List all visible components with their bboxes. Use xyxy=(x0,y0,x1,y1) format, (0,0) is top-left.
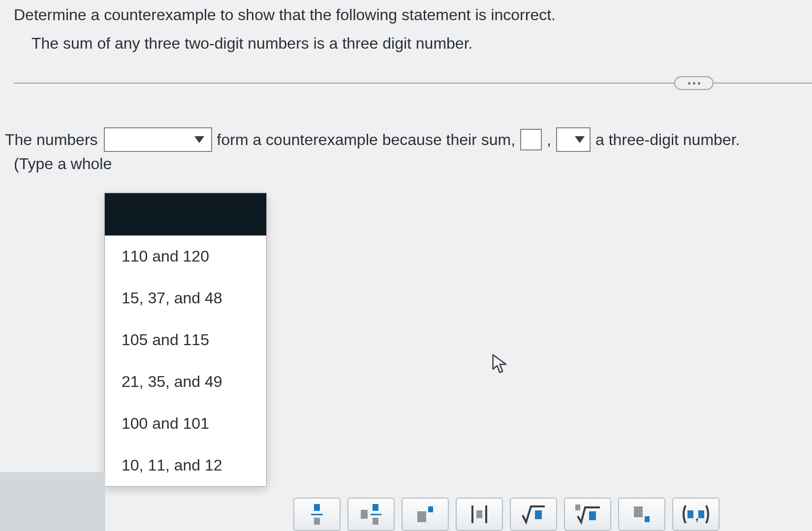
svg-text:,: , xyxy=(695,509,699,523)
svg-rect-5 xyxy=(371,514,381,515)
svg-rect-17 xyxy=(687,510,693,518)
svg-rect-8 xyxy=(428,506,433,512)
dropdown-option[interactable]: 15, 37, and 48 xyxy=(105,277,266,319)
svg-rect-0 xyxy=(314,504,320,511)
fraction-button[interactable] xyxy=(293,498,341,531)
answer-sentence: The numbers form a counterexample becaus… xyxy=(14,127,798,152)
mixed-fraction-button[interactable] xyxy=(347,498,395,531)
numbers-dropdown[interactable] xyxy=(104,127,212,152)
svg-rect-1 xyxy=(311,514,323,515)
absolute-value-button[interactable] xyxy=(456,498,503,531)
dropdown-option[interactable]: 21, 35, and 49 xyxy=(105,361,266,403)
sentence-comma: , xyxy=(547,131,551,149)
square-root-button[interactable] xyxy=(510,498,557,531)
svg-rect-6 xyxy=(373,518,378,525)
numbers-dropdown-panel: 110 and 120 15, 37, and 48 105 and 115 2… xyxy=(104,193,267,487)
cursor-icon xyxy=(492,354,509,375)
sentence-mid: form a counterexample because their sum, xyxy=(217,131,516,149)
sentence-tail: a three-digit number. xyxy=(595,131,740,149)
svg-rect-12 xyxy=(535,510,542,519)
svg-rect-16 xyxy=(645,516,650,522)
svg-rect-14 xyxy=(589,511,596,520)
svg-rect-11 xyxy=(485,505,487,523)
input-hint: (Type a whole xyxy=(14,155,798,173)
question-prompt: Determine a counterexample to show that … xyxy=(14,3,798,28)
dropdown-option[interactable]: 10, 11, and 12 xyxy=(105,444,266,486)
exponent-button[interactable] xyxy=(402,498,449,531)
left-gray-strip xyxy=(0,472,105,531)
svg-rect-2 xyxy=(314,518,320,525)
nth-root-button[interactable] xyxy=(564,498,611,531)
svg-rect-3 xyxy=(361,510,368,519)
svg-rect-13 xyxy=(575,504,580,510)
dropdown-option[interactable]: 105 and 115 xyxy=(105,319,266,361)
ordered-pair-button[interactable]: , xyxy=(672,498,719,531)
chevron-down-icon xyxy=(194,136,204,143)
subscript-button[interactable] xyxy=(618,498,665,531)
sum-input[interactable] xyxy=(520,129,542,150)
svg-rect-10 xyxy=(476,510,482,518)
svg-rect-19 xyxy=(698,510,704,518)
verb-dropdown[interactable] xyxy=(556,127,591,152)
question-statement: The sum of any three two-digit numbers i… xyxy=(14,31,798,56)
svg-rect-7 xyxy=(417,511,426,522)
chevron-down-icon xyxy=(575,136,585,143)
svg-rect-15 xyxy=(634,506,643,517)
dropdown-option[interactable]: 110 and 120 xyxy=(105,236,266,277)
more-button[interactable] xyxy=(674,76,714,90)
math-toolbar: , xyxy=(293,498,719,531)
svg-rect-4 xyxy=(373,504,378,511)
sentence-lead: The numbers xyxy=(5,131,98,149)
dropdown-option[interactable]: 100 and 101 xyxy=(105,403,266,444)
svg-rect-9 xyxy=(471,505,473,523)
dropdown-blank-option[interactable] xyxy=(105,193,266,236)
